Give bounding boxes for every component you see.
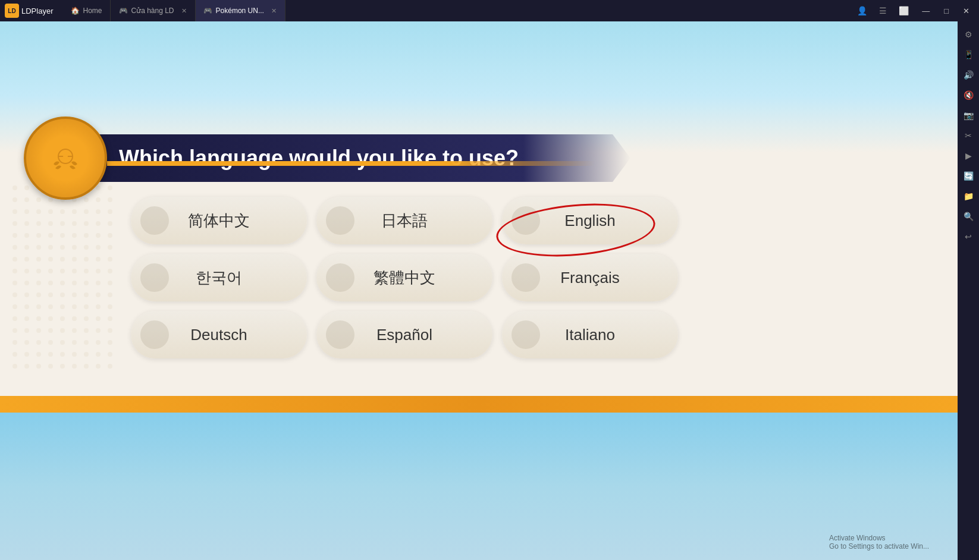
sidebar-icon-1[interactable]: ⚙ bbox=[960, 26, 977, 43]
lang-label-italian: Italiano bbox=[565, 326, 615, 344]
sidebar-icon-2[interactable]: 📱 bbox=[960, 46, 977, 63]
activate-windows-notice: Activate Windows Go to Settings to activ… bbox=[829, 534, 929, 550]
dot-pattern bbox=[9, 182, 116, 372]
lang-label-simplified-chinese: 简体中文 bbox=[188, 210, 250, 231]
game-question: Which language would you like to use? bbox=[119, 146, 519, 171]
lang-label-korean: 한국어 bbox=[196, 268, 242, 288]
activate-windows-sub: Go to Settings to activate Win... bbox=[829, 542, 929, 550]
lang-label-english: English bbox=[564, 212, 615, 230]
sidebar-icon-6[interactable]: ✂ bbox=[960, 127, 977, 144]
minimize-button[interactable]: — bbox=[917, 5, 934, 17]
lang-label-french: Français bbox=[560, 269, 620, 287]
tab-pokemon[interactable]: 🎮 Pokémon UN... ✕ bbox=[196, 0, 285, 21]
activate-windows-text: Activate Windows bbox=[829, 534, 929, 542]
orange-bottom-banner bbox=[0, 396, 958, 413]
lang-german[interactable]: Deutsch bbox=[131, 311, 307, 358]
title-banner: Which language would you like to use? bbox=[95, 134, 630, 182]
language-grid: 简体中文 日本語 English 한국어 繁體中文 Français Deuts… bbox=[131, 197, 678, 358]
tab-bar: 🏠 Home 🎮 Cửa hàng LD ✕ 🎮 Pokémon UN... ✕ bbox=[62, 0, 285, 21]
sidebar-icon-7[interactable]: ▶ bbox=[960, 147, 977, 164]
lang-japanese[interactable]: 日本語 bbox=[316, 197, 492, 244]
app-logo: LD bbox=[5, 4, 19, 18]
account-icon[interactable]: 👤 bbox=[854, 5, 871, 17]
sidebar-icon-8[interactable]: 🔄 bbox=[960, 168, 977, 184]
tab-pokemon-label: Pokémon UN... bbox=[216, 7, 264, 15]
tab-home[interactable]: 🏠 Home bbox=[62, 0, 111, 21]
tab-store-label: Cửa hàng LD bbox=[131, 7, 174, 15]
main-content: Which language would you like to use? 简体… bbox=[0, 21, 958, 560]
browser-icon[interactable]: ⬜ bbox=[895, 5, 912, 17]
sidebar-icon-9[interactable]: 📁 bbox=[960, 188, 977, 205]
lang-label-spanish: Español bbox=[376, 326, 432, 344]
sidebar-icon-5[interactable]: 📷 bbox=[960, 107, 977, 124]
lang-label-traditional-chinese: 繁體中文 bbox=[374, 268, 435, 288]
lang-korean[interactable]: 한국어 bbox=[131, 254, 307, 301]
app-name: LDPlayer bbox=[21, 7, 53, 15]
sidebar-icon-4[interactable]: 🔇 bbox=[960, 87, 977, 103]
right-sidebar: ⚙ 📱 🔊 🔇 📷 ✂ ▶ 🔄 📁 🔍 ↩ bbox=[958, 21, 979, 560]
title-accent bbox=[107, 161, 595, 166]
tab-home-label: Home bbox=[83, 7, 102, 15]
pokemon-tab-icon: 🎮 bbox=[204, 7, 212, 15]
home-icon: 🏠 bbox=[71, 7, 79, 15]
sidebar-icon-3[interactable]: 🔊 bbox=[960, 67, 977, 83]
lang-spanish[interactable]: Español bbox=[316, 311, 492, 358]
lang-french[interactable]: Français bbox=[502, 254, 678, 301]
sidebar-icon-10[interactable]: 🔍 bbox=[960, 208, 977, 225]
lang-traditional-chinese[interactable]: 繁體中文 bbox=[316, 254, 492, 301]
lang-simplified-chinese[interactable]: 简体中文 bbox=[131, 197, 307, 244]
maximize-button[interactable]: □ bbox=[939, 5, 953, 17]
tab-pokemon-close[interactable]: ✕ bbox=[271, 7, 277, 15]
titlebar-left: LD LDPlayer 🏠 Home 🎮 Cửa hàng LD ✕ 🎮 Pok… bbox=[5, 0, 285, 21]
lang-label-german: Deutsch bbox=[190, 326, 247, 344]
svg-point-5 bbox=[63, 154, 68, 159]
lang-label-japanese: 日本語 bbox=[381, 210, 428, 231]
sidebar-icon-11[interactable]: ↩ bbox=[960, 228, 977, 245]
titlebar-right: 👤 ☰ ⬜ — □ ✕ bbox=[854, 5, 974, 17]
settings-icon[interactable]: ☰ bbox=[876, 5, 890, 17]
bottom-area bbox=[0, 413, 958, 560]
titlebar: LD LDPlayer 🏠 Home 🎮 Cửa hàng LD ✕ 🎮 Pok… bbox=[0, 0, 979, 21]
lang-italian[interactable]: Italiano bbox=[502, 311, 678, 358]
lang-english[interactable]: English bbox=[502, 197, 678, 244]
store-icon: 🎮 bbox=[119, 7, 127, 15]
tab-store-close[interactable]: ✕ bbox=[181, 7, 187, 15]
header-section: Which language would you like to use? bbox=[0, 117, 958, 200]
close-button[interactable]: ✕ bbox=[958, 5, 974, 17]
pokemon-emblem bbox=[24, 117, 107, 200]
svg-rect-1 bbox=[9, 182, 116, 372]
tab-store[interactable]: 🎮 Cửa hàng LD ✕ bbox=[111, 0, 195, 21]
emblem-inner bbox=[42, 134, 89, 182]
